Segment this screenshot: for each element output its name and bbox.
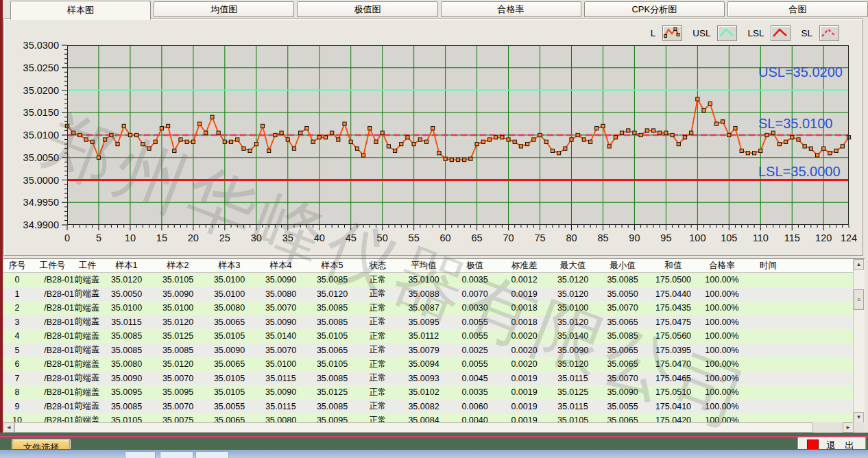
- table-cell: 0.0025: [450, 344, 500, 358]
- table-row[interactable]: 3/B28-01前端盖35.011535.012035.006535.00903…: [3, 315, 853, 330]
- table-cell: 正常: [358, 400, 398, 414]
- table-cell: 0.0019: [500, 287, 548, 302]
- taskbar-button[interactable]: [160, 451, 193, 458]
- table-horizontal-scrollbar[interactable]: ◄ ►: [3, 422, 854, 433]
- table-cell: 35.0050: [101, 287, 152, 302]
- table-cell: 35.0100: [255, 357, 306, 372]
- table-row[interactable]: 9/B28-01前端盖35.008535.007035.005535.01153…: [3, 400, 853, 414]
- table-cell: 100.00%: [699, 315, 745, 330]
- tab-cpk-analysis[interactable]: CPK分析图: [584, 1, 725, 17]
- table-row[interactable]: 8/B28-01前端盖35.009535.009535.010535.00903…: [3, 385, 853, 400]
- table-row[interactable]: 1/B28-01前端盖35.005035.009035.010035.00803…: [3, 287, 853, 302]
- table-cell: 35.0120: [548, 315, 597, 330]
- column-header[interactable]: [791, 259, 835, 273]
- column-header[interactable]: [835, 259, 853, 273]
- table-cell: 100.00%: [699, 385, 745, 400]
- table-cell: 正常: [358, 301, 398, 315]
- tab-pass-rate[interactable]: 合格率: [441, 1, 581, 17]
- table-cell: 100.00%: [699, 372, 745, 386]
- tab-mean-chart[interactable]: 均值图: [154, 1, 294, 17]
- data-grid: 序号工件号工件样本1样本2样本3样本4样本5状态平均值极值标准差最大值最小值和值…: [3, 259, 853, 423]
- tab-combined-chart[interactable]: 合图: [727, 1, 868, 17]
- taskbar-button[interactable]: [195, 451, 229, 458]
- table-cell: 正常: [358, 385, 398, 400]
- column-header[interactable]: 序号: [3, 259, 31, 273]
- table-vertical-scrollbar[interactable]: ▲ ≡ ▼: [853, 259, 865, 423]
- sl-line-icon: [819, 25, 839, 41]
- table-cell: 175.0470: [648, 357, 699, 372]
- table-cell: 0.0018: [500, 301, 548, 315]
- svg-text:15: 15: [156, 232, 167, 243]
- column-header[interactable]: 样本4: [255, 259, 306, 273]
- table-cell: 4: [3, 329, 31, 344]
- legend-item-l: L: [651, 25, 683, 41]
- scroll-right-icon[interactable]: ►: [843, 422, 854, 433]
- table-cell: [791, 287, 835, 302]
- column-header[interactable]: 和值: [648, 259, 699, 273]
- table-cell: /B28-01: [31, 273, 74, 287]
- tab-range-chart[interactable]: 极值图: [297, 1, 437, 17]
- column-header[interactable]: 状态: [358, 259, 398, 273]
- legend-item-sl: SL: [801, 25, 839, 41]
- column-header[interactable]: 工件: [74, 259, 101, 273]
- table-cell: 前端盖: [74, 400, 101, 414]
- table-cell: 35.0090: [548, 344, 597, 358]
- table-cell: 35.0080: [204, 301, 255, 315]
- column-header[interactable]: 样本5: [306, 259, 358, 273]
- column-header[interactable]: 最大值: [548, 259, 597, 273]
- table-cell: 5: [3, 344, 31, 358]
- usl-line-icon: [717, 25, 737, 41]
- table-cell: 前端盖: [74, 329, 101, 344]
- table-cell: 前端盖: [74, 413, 101, 423]
- scroll-up-icon[interactable]: ▲: [854, 259, 864, 270]
- column-header[interactable]: 样本3: [204, 259, 255, 273]
- taskbar-button[interactable]: [125, 451, 156, 458]
- table-row[interactable]: 7/B28-01前端盖35.009035.007035.010535.01153…: [3, 372, 853, 386]
- table-cell: 0.0040: [450, 413, 500, 423]
- svg-text:35.0150: 35.0150: [23, 107, 59, 118]
- table-cell: 0.0020: [500, 357, 548, 372]
- table-row[interactable]: 6/B28-01前端盖35.008035.012035.006535.01003…: [3, 357, 853, 372]
- table-cell: /B28-01: [31, 385, 74, 400]
- horizontal-scroll-thumb[interactable]: [14, 422, 813, 433]
- scroll-down-icon[interactable]: ▼: [854, 412, 864, 423]
- chart-legend: L USL LSL: [651, 25, 839, 41]
- table-cell: 35.0087: [398, 301, 450, 315]
- svg-text:35: 35: [282, 232, 293, 243]
- column-header[interactable]: 时间: [745, 259, 791, 273]
- table-row[interactable]: 4/B28-01前端盖35.008535.012535.010535.01403…: [3, 329, 853, 344]
- svg-text:50: 50: [377, 232, 388, 243]
- vertical-scroll-thumb[interactable]: ≡: [854, 289, 864, 310]
- column-header[interactable]: 标准差: [500, 259, 548, 273]
- table-row[interactable]: 5/B28-01前端盖35.008535.008535.009035.00703…: [3, 344, 853, 358]
- table-cell: 35.0085: [101, 344, 152, 358]
- svg-text:34.9950: 34.9950: [23, 197, 59, 208]
- column-header[interactable]: 平均值: [398, 259, 450, 273]
- chart-plot-svg: 0510152025303540455055606570758085909510…: [67, 45, 849, 225]
- column-header[interactable]: 极值: [450, 259, 500, 273]
- tab-sample-chart[interactable]: 样本图: [10, 1, 151, 20]
- table-cell: [745, 357, 791, 372]
- column-header[interactable]: 合格率: [699, 259, 745, 273]
- table-cell: 35.0105: [548, 413, 597, 423]
- table-row[interactable]: 10/B28-01前端盖35.010535.007535.006535.0080…: [3, 413, 853, 423]
- table-cell: 35.0065: [597, 357, 648, 372]
- column-header[interactable]: 样本2: [152, 259, 204, 273]
- table-cell: 35.0065: [597, 344, 648, 358]
- scroll-left-icon[interactable]: ◄: [3, 422, 14, 433]
- column-header[interactable]: 最小值: [597, 259, 648, 273]
- table-cell: 35.0115: [255, 372, 306, 386]
- table-cell: 35.0065: [204, 413, 255, 423]
- legend-label-sl: SL: [801, 28, 812, 38]
- table-cell: /B28-01: [31, 287, 74, 302]
- table-cell: 35.0055: [597, 400, 648, 414]
- svg-text:115: 115: [784, 232, 800, 243]
- table-cell: 35.0090: [255, 385, 306, 400]
- table-row[interactable]: 0/B28-01前端盖35.012035.010535.010035.00903…: [3, 273, 853, 287]
- table-row[interactable]: 2/B28-01前端盖35.010035.010035.008035.00703…: [3, 301, 853, 315]
- table-cell: 35.0090: [101, 372, 152, 386]
- column-header[interactable]: 工件号: [31, 259, 74, 273]
- svg-text:100: 100: [689, 232, 706, 243]
- table-cell: [745, 400, 791, 414]
- column-header[interactable]: 样本1: [101, 259, 152, 273]
